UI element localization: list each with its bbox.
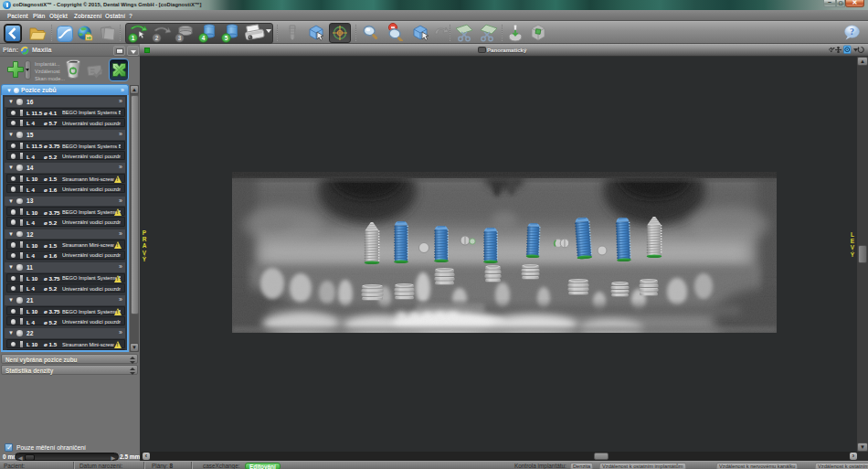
svg-text:5: 5 [225,35,228,41]
svg-text:3: 3 [178,35,182,41]
svg-text:?: ? [850,27,854,37]
svg-text:4: 4 [202,35,206,41]
svg-text:2: 2 [155,35,159,41]
svg-text:1: 1 [132,35,135,41]
